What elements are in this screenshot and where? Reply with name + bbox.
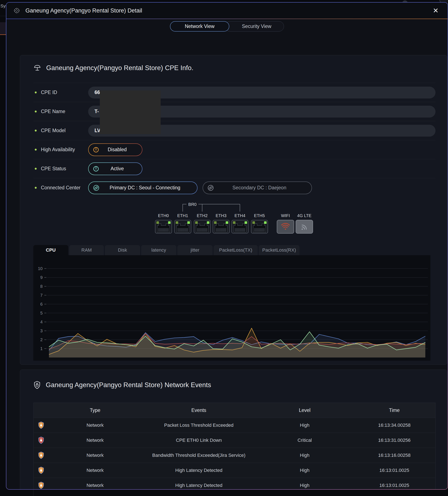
event-type: Network	[48, 468, 142, 473]
event-row[interactable]: Network High Latency Detected High 16:13…	[34, 463, 435, 478]
y-axis-tick-label: 2	[34, 337, 43, 342]
ethernet-port-icon[interactable]	[251, 220, 268, 233]
ethernet-port-icon[interactable]	[174, 220, 191, 233]
tab-security-view[interactable]: Security View	[225, 21, 284, 31]
event-level: High	[256, 422, 353, 428]
tab-disk[interactable]: Disk	[105, 245, 140, 255]
port-label-eth3: ETH3	[212, 213, 230, 218]
tab-ram[interactable]: RAM	[69, 245, 104, 255]
bullet-dot	[35, 168, 37, 170]
tab-network-view[interactable]: Network View	[170, 21, 229, 31]
field-row-cpe-model: CPE Model LV	[33, 121, 435, 140]
event-row[interactable]: Network High Latency Detected High 16:13…	[34, 478, 435, 489]
tab-latency[interactable]: latency	[141, 245, 176, 255]
event-time: 16:13:01.0025	[353, 468, 435, 473]
background-bottom-divider	[33, 489, 33, 496]
link-icon	[207, 185, 214, 191]
event-shield-icon	[38, 436, 45, 445]
y-axis-tick-label: 7	[34, 293, 43, 298]
ethernet-port-icon[interactable]	[213, 220, 230, 233]
cpu-usage-chart: 12345678910	[33, 255, 431, 361]
port-label-eth2: ETH2	[193, 213, 211, 218]
event-shield-icon	[38, 466, 45, 475]
field-row-cpe-id: CPE ID 66	[33, 83, 435, 102]
column-time: Time	[353, 407, 435, 413]
event-level: High	[256, 453, 353, 458]
y-axis-tick-label: 1	[34, 346, 43, 351]
column-level: Level	[256, 407, 353, 413]
tab-jitter[interactable]: jitter	[177, 245, 213, 255]
event-level: High	[256, 483, 353, 488]
column-type: Type	[48, 407, 142, 413]
y-axis-tick-label: 5	[34, 311, 43, 316]
cpe-info-header: Ganeung Agency(Pangyo Rental Store) CPE …	[33, 64, 193, 72]
event-shield-icon	[38, 421, 45, 430]
tab-packetloss-tx[interactable]: PacketLoss(TX)	[214, 245, 258, 255]
y-axis-tick-label: 8	[34, 284, 43, 289]
event-name: Packet Loss Threshold Exceeded	[142, 422, 256, 428]
view-tab-group: Network View Security View	[170, 21, 284, 31]
ethernet-port-icon[interactable]	[155, 220, 172, 233]
detail-modal: Ganeung Agency(Pangyo Rental Store) Deta…	[6, 2, 448, 490]
field-row-cpe-status: CPE Status Active	[33, 159, 435, 178]
primary-dc-badge[interactable]: Primary DC : Seoul - Connecting	[88, 182, 197, 194]
cpe-id-label: CPE ID	[41, 90, 57, 95]
y-axis-tick-label: 3	[34, 328, 43, 333]
connected-center-label: Connected Center	[41, 185, 80, 191]
y-axis-tick-label: 10	[34, 266, 43, 271]
y-axis-tick-label: 6	[34, 302, 43, 307]
high-availability-value: Disabled	[102, 147, 138, 153]
cpe-info-card: Ganeung Agency(Pangyo Rental Store) CPE …	[20, 55, 447, 365]
port-label-eth5: ETH5	[251, 213, 268, 218]
event-name: High Latency Detected	[142, 483, 256, 488]
event-level: Critical	[256, 437, 353, 443]
high-availability-badge[interactable]: Disabled	[88, 143, 143, 156]
cpe-status-badge[interactable]: Active	[88, 162, 143, 175]
wifi-icon[interactable]	[277, 220, 294, 233]
port-label-4g-lte: 4G LTE	[296, 213, 313, 218]
port-label-wifi: WIFI	[277, 213, 294, 218]
ethernet-port-icon[interactable]	[231, 220, 249, 233]
field-row-cpe-name: CPE Name T-	[33, 102, 435, 121]
cpe-model-label: CPE Model	[41, 128, 65, 133]
cpe-name-label: CPE Name	[41, 109, 65, 114]
bullet-dot	[35, 92, 37, 93]
secondary-dc-badge[interactable]: Secondary DC : Daejeon	[203, 182, 312, 194]
port-label-eth4: ETH4	[231, 213, 249, 218]
port-label-eth0: ETH0	[155, 213, 172, 218]
close-icon[interactable]: ✕	[431, 6, 440, 15]
metric-tab-group: CPU RAM Disk latency jitter PacketLoss(T…	[33, 245, 301, 255]
bullet-dot	[35, 187, 37, 189]
network-events-title: Ganeung Agency(Pangyo Rental Store) Netw…	[46, 381, 211, 389]
secondary-dc-value: Secondary DC : Daejeon	[217, 185, 307, 191]
tab-packetloss-rx[interactable]: PacketLoss(RX)	[259, 245, 299, 255]
tab-cpu[interactable]: CPU	[33, 245, 68, 255]
event-type: Network	[48, 453, 142, 458]
event-row[interactable]: Network Packet Loss Threshold Exceeded H…	[34, 418, 435, 433]
bullet-dot	[35, 130, 37, 132]
event-row[interactable]: Network CPE ETH0 Link Down Critical 16:1…	[34, 433, 435, 448]
network-events-header: Ganeung Agency(Pangyo Rental Store) Netw…	[33, 381, 211, 389]
4g-lte-icon[interactable]	[296, 220, 313, 233]
event-row[interactable]: Network Bandwidth Threshold Exceeded(Jir…	[34, 448, 435, 463]
cpe-status-value: Active	[102, 166, 138, 171]
bridge-bracket	[33, 202, 435, 214]
event-time: 16:13:01.0025	[353, 483, 435, 488]
cpe-status-label: CPE Status	[41, 166, 66, 171]
field-row-connected-center: Connected Center Primary DC : Seoul - Co…	[33, 178, 435, 197]
event-type: Network	[48, 422, 142, 428]
link-icon	[93, 185, 100, 191]
drag-dots-icon[interactable]	[14, 7, 20, 14]
event-name: CPE ETH0 Link Down	[142, 437, 256, 443]
port-label-eth1: ETH1	[174, 213, 191, 218]
background-tab-highlight	[0, 22, 6, 35]
ethernet-port-icon[interactable]	[194, 220, 211, 233]
field-row-high-availability: High Availability Disabled	[33, 140, 435, 159]
device-icon	[33, 64, 41, 72]
shield-lock-icon	[33, 381, 41, 389]
event-shield-icon	[38, 451, 45, 460]
events-table: Type Events Level Time Network Packet Lo…	[33, 403, 435, 489]
events-table-header: Type Events Level Time	[34, 403, 435, 418]
cpe-info-title: Ganeung Agency(Pangyo Rental Store) CPE …	[46, 64, 193, 72]
bullet-dot	[35, 110, 37, 112]
